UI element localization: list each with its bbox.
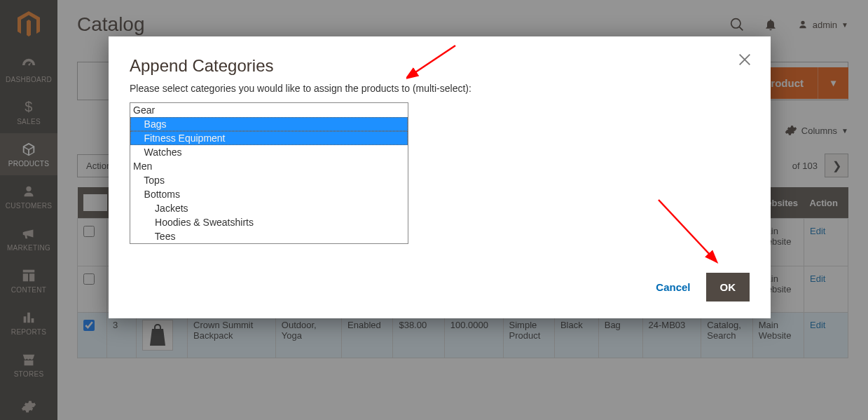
category-option[interactable]: Tops <box>130 173 408 187</box>
category-option[interactable]: Watches <box>130 145 408 159</box>
category-option[interactable]: Hoodies & Sweatshirts <box>130 215 408 229</box>
close-icon <box>737 52 752 67</box>
modal-description: Please select categories you would like … <box>130 83 750 94</box>
categories-multiselect[interactable]: Gear Bags Fitness Equipment WatchesMen T… <box>130 102 408 244</box>
category-option[interactable]: Jackets <box>130 201 408 215</box>
modal-title: Append Categories <box>130 56 750 76</box>
category-option[interactable]: Tees <box>130 229 408 243</box>
cancel-button[interactable]: Cancel <box>656 281 690 293</box>
modal-close-button[interactable] <box>737 52 755 70</box>
category-option[interactable]: Bottoms <box>130 187 408 201</box>
ok-button[interactable]: OK <box>706 273 750 302</box>
category-option[interactable]: Men <box>130 159 408 173</box>
category-option[interactable]: Bags <box>130 117 408 131</box>
category-option[interactable]: Gear <box>130 103 408 117</box>
append-categories-modal: Append Categories Please select categori… <box>109 36 771 318</box>
category-option[interactable]: Fitness Equipment <box>130 131 408 145</box>
